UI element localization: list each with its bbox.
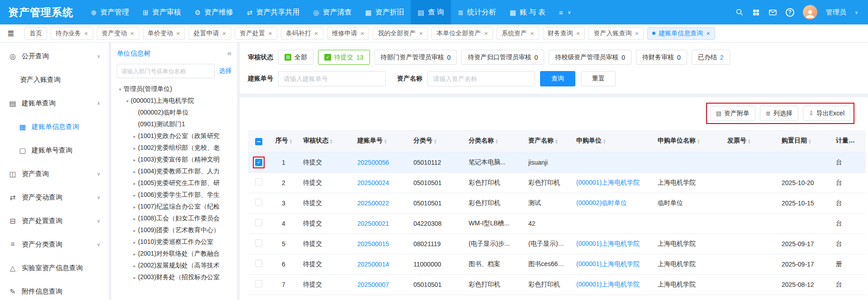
tree-arrow-right-icon[interactable]: ▸ <box>131 216 138 221</box>
nav-item-audit[interactable]: ⊞资产审核 <box>136 0 188 24</box>
tab-close-icon[interactable]: × <box>419 30 423 37</box>
cell-link[interactable]: (000001)上海电机学院 <box>576 281 640 288</box>
tree-node[interactable]: ▸(1005)党委研究生工作部、研 <box>117 177 232 189</box>
search-button[interactable]: 查询 <box>540 71 575 86</box>
tree-arrow-right-icon[interactable]: ▸ <box>131 134 138 139</box>
status-filter-0[interactable]: ⊞全部 <box>278 50 313 65</box>
row-checkbox[interactable] <box>255 280 262 287</box>
username[interactable]: 管理员 <box>826 8 846 17</box>
tab-item[interactable]: 条码补打× <box>281 27 323 40</box>
avatar[interactable] <box>803 5 817 19</box>
tree-select-link[interactable]: 选择 <box>219 67 232 75</box>
nav-item-repair[interactable]: ⚙资产维修 <box>188 0 240 24</box>
sidebar-item-ledger-query[interactable]: ▤建账单查询∧ <box>0 91 109 115</box>
row-checkbox[interactable] <box>255 239 262 247</box>
status-filter-3[interactable]: 待资产归口管理员审核0 <box>461 50 544 65</box>
row-checkbox[interactable] <box>255 199 262 206</box>
tab-item[interactable]: 资产变动× <box>97 27 139 40</box>
sidebar-item-lab-asset-query[interactable]: △实验室资产信息查询 <box>0 256 109 280</box>
tree-arrow-right-icon[interactable]: ▸ <box>131 275 138 280</box>
tree-node[interactable]: ▸(1007)纪监综合办公室（纪检 <box>117 201 232 213</box>
export-excel-button[interactable]: ⇩导出Excel <box>803 106 850 121</box>
tree-arrow-right-icon[interactable]: ▸ <box>131 146 138 151</box>
sidebar-item-public-query[interactable]: ◎公开查询∨ <box>0 44 109 68</box>
sort-icon[interactable]: ▴▾ <box>809 138 811 144</box>
tree-arrow-right-icon[interactable]: ▸ <box>131 263 138 268</box>
nav-item-depreciation[interactable]: ▦资产折旧 <box>358 0 411 24</box>
cell-link[interactable]: 202500021 <box>357 220 389 227</box>
tab-item[interactable]: 系统资产× <box>497 27 539 40</box>
doc-no-input[interactable] <box>278 71 386 86</box>
row-checkbox[interactable]: ✓ <box>255 159 262 166</box>
tree-node[interactable]: ▾(000001)上海电机学院 <box>117 95 232 107</box>
nav-item-share[interactable]: ⇄资产共享共用 <box>240 0 307 24</box>
tree-node[interactable]: (0901)测试部门1 <box>117 119 232 130</box>
tab-item[interactable]: 我的全部资产× <box>373 27 428 40</box>
cell-link[interactable]: 202500007 <box>357 281 389 288</box>
tab-item[interactable]: 处置申请× <box>189 27 231 40</box>
tree-node[interactable]: ▸(2003)财务处（招投标办公室 <box>117 271 232 283</box>
cell-link[interactable]: (000001)上海电机学院 <box>576 260 640 267</box>
tree-arrow-right-icon[interactable]: ▸ <box>131 157 138 162</box>
tree-arrow-right-icon[interactable]: ▸ <box>131 193 138 198</box>
apps-grid-icon[interactable] <box>752 9 760 16</box>
tree-node[interactable]: ▸(1009)团委（艺术教育中心） <box>117 224 232 236</box>
nav-item-query[interactable]: ▤查 询 <box>411 0 451 24</box>
tree-node[interactable]: ▸(1003)党委宣传部（精神文明 <box>117 154 232 166</box>
tab-close-icon[interactable]: × <box>222 30 226 37</box>
tree-arrow-right-icon[interactable]: ▸ <box>131 169 138 174</box>
tree-arrow-down-icon[interactable]: ▾ <box>117 87 123 92</box>
asset-name-input[interactable] <box>427 71 535 86</box>
tab-item[interactable]: 资产入账查询× <box>588 27 644 40</box>
tree-node[interactable]: ▸(2002)发展规划处（高等技术 <box>117 260 232 271</box>
cell-link[interactable]: 202500015 <box>357 240 389 248</box>
column-select-button[interactable]: ≣列选择 <box>760 106 798 121</box>
tab-item[interactable]: 建账单信息查询× <box>647 27 715 40</box>
tab-item[interactable]: 维修申请× <box>327 27 370 40</box>
status-filter-6[interactable]: 已办结2 <box>692 50 730 65</box>
tree-node[interactable]: ▸(1001)党政办公室（政策研究 <box>117 130 232 142</box>
menu-collapse-icon[interactable]: ≣ <box>0 24 22 42</box>
sidebar-item-asset-query[interactable]: ◫资产查询∨ <box>0 162 109 186</box>
mail-icon[interactable] <box>768 8 777 17</box>
tree-node[interactable]: ▸(1004)党委教师工作部、人力 <box>117 166 232 177</box>
sort-icon[interactable]: ▴▾ <box>555 138 558 144</box>
nav-item-inventory[interactable]: ◎资产清查 <box>306 0 358 24</box>
asset-attach-button[interactable]: ▤资产附单 <box>710 106 755 121</box>
user-chevron-down-icon[interactable]: ∨ <box>855 10 858 15</box>
sort-icon[interactable]: ▴▾ <box>290 138 292 144</box>
row-checkbox[interactable] <box>255 260 262 267</box>
tree-node[interactable]: ▸(1006)党委学生工作部、学生 <box>117 189 232 201</box>
panel-collapse-icon[interactable]: « <box>228 49 232 58</box>
search-icon[interactable] <box>735 8 744 16</box>
tree-node[interactable]: ▸(2001)对外联络处（产教融合 <box>117 248 232 260</box>
sort-icon[interactable]: ▴▾ <box>330 138 332 144</box>
tab-item[interactable]: 待办业务× <box>51 27 93 40</box>
sort-icon[interactable]: ▴▾ <box>748 138 750 144</box>
tab-item[interactable]: 单价变动× <box>143 27 185 40</box>
tab-close-icon[interactable]: × <box>706 30 710 37</box>
sidebar-item-ledger-no-query[interactable]: ▢建账单号查询 <box>0 138 109 162</box>
sidebar-item-asset-change-query[interactable]: ⇄资产变动查询∨ <box>0 186 109 209</box>
nav-item-more[interactable]: ≡∨ <box>552 0 578 24</box>
sidebar-item-asset-disposal-query[interactable]: ⊟资产处置查询∨ <box>0 209 109 233</box>
sidebar-item-attachment-query[interactable]: ✎附件信息查询 <box>0 280 109 300</box>
tree-arrow-right-icon[interactable]: ▸ <box>131 228 138 233</box>
nav-item-stats[interactable]: ≣统计分析 <box>451 0 503 24</box>
tab-item[interactable]: 首页 <box>24 27 47 40</box>
status-filter-2[interactable]: 待部门资产管理员审核0 <box>375 50 457 65</box>
sort-icon[interactable]: ▴▾ <box>434 138 436 144</box>
tree-node[interactable]: ▾管理员(管理单位) <box>117 83 232 95</box>
tab-close-icon[interactable]: × <box>268 30 272 37</box>
tree-arrow-right-icon[interactable]: ▸ <box>131 252 138 257</box>
tab-close-icon[interactable]: × <box>635 30 639 37</box>
cell-link[interactable]: 202500022 <box>357 200 389 207</box>
select-all-checkbox[interactable] <box>255 138 262 145</box>
nav-item-manage[interactable]: ⊕资产管理 <box>84 0 136 24</box>
tab-item[interactable]: 财务查询× <box>543 27 585 40</box>
tab-close-icon[interactable]: × <box>176 30 180 37</box>
tab-close-icon[interactable]: × <box>84 30 88 37</box>
sort-icon[interactable]: ▴▾ <box>603 138 606 144</box>
row-checkbox[interactable] <box>255 178 262 186</box>
tree-arrow-right-icon[interactable]: ▸ <box>131 181 138 186</box>
